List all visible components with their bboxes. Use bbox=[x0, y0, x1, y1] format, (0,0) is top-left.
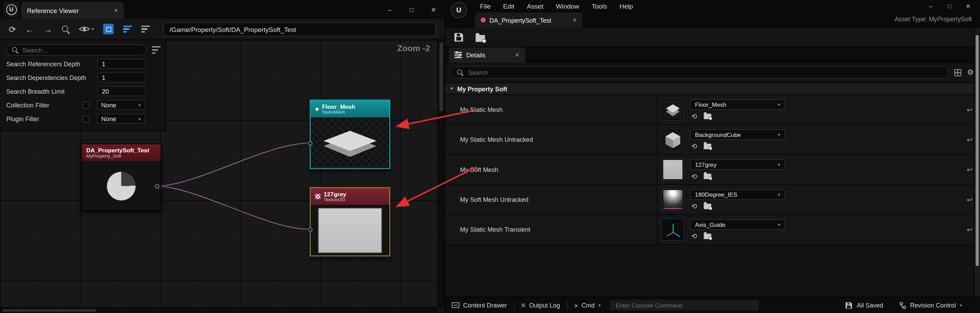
filters-toggle-button[interactable] bbox=[123, 25, 132, 33]
browse-to-asset-button[interactable] bbox=[704, 234, 711, 239]
category-label: My Property Soft bbox=[457, 85, 508, 92]
browse-to-asset-button[interactable] bbox=[704, 144, 711, 149]
asset-thumbnail[interactable] bbox=[662, 99, 683, 120]
tab-details[interactable]: Details ✕ bbox=[449, 48, 525, 62]
scrollbar-thumb[interactable] bbox=[975, 35, 978, 266]
content-drawer-button[interactable]: Content Drawer bbox=[445, 297, 514, 313]
chevron-down-icon: ▾ bbox=[960, 303, 962, 308]
menu-tools[interactable]: Tools bbox=[585, 0, 613, 12]
asset-select[interactable]: Floor_Mesh ▾ bbox=[690, 99, 785, 110]
search-icon bbox=[12, 47, 18, 53]
browse-to-asset-button[interactable] bbox=[704, 114, 711, 119]
title-bar[interactable]: U Reference Viewer ✕ – □ ✕ bbox=[0, 0, 444, 19]
save-button[interactable] bbox=[454, 33, 463, 41]
reset-to-default-button[interactable]: ↩ bbox=[967, 106, 972, 114]
graph-node-floor-mesh[interactable]: ◆ Floor_Mesh StaticMesh bbox=[310, 100, 390, 168]
menu-asset[interactable]: Asset bbox=[520, 0, 549, 12]
menu-bar: File Edit Asset Window Tools Help – □ ✕ bbox=[445, 0, 980, 12]
input-pin[interactable] bbox=[308, 141, 312, 146]
asset-thumbnail[interactable] bbox=[662, 129, 683, 150]
close-tab-icon[interactable]: ✕ bbox=[573, 17, 577, 23]
vertical-scrollbar[interactable] bbox=[438, 40, 444, 307]
asset-thumbnail[interactable] bbox=[662, 219, 683, 240]
use-selected-asset-button[interactable]: ⟲ bbox=[691, 203, 697, 210]
browse-to-asset-button[interactable] bbox=[704, 203, 711, 209]
maximize-button[interactable]: □ bbox=[940, 0, 959, 12]
close-tab-icon[interactable]: ✕ bbox=[515, 52, 520, 58]
chevron-down-icon[interactable]: ▾ bbox=[450, 86, 453, 91]
browse-to-asset-button[interactable] bbox=[476, 35, 485, 41]
search-dependencies-depth-input[interactable]: 1 bbox=[97, 72, 146, 83]
forward-button[interactable]: → bbox=[44, 25, 52, 33]
tab-da-propertysoft-test[interactable]: DA_PropertySoft_Test ✕ bbox=[475, 12, 582, 27]
plugin-filter-select[interactable]: None ▾ bbox=[97, 114, 145, 124]
details-search-input[interactable]: Search bbox=[450, 66, 949, 79]
reset-to-default-button[interactable]: ↩ bbox=[967, 165, 972, 174]
use-selected-asset-button[interactable]: ⟲ bbox=[691, 173, 697, 180]
plugin-filter-checkbox[interactable] bbox=[83, 115, 89, 122]
search-breadth-limit-input[interactable]: 20 bbox=[97, 86, 146, 96]
display-options-icon[interactable] bbox=[955, 69, 961, 76]
collection-filter-select[interactable]: None ▾ bbox=[97, 100, 145, 110]
horizontal-scrollbar[interactable] bbox=[0, 308, 438, 313]
asset-select[interactable]: 180Degree_IES ▾ bbox=[690, 189, 785, 200]
close-tab-icon[interactable]: ✕ bbox=[114, 7, 118, 13]
property-row-my-soft-mesh: My Soft Mesh 127grey ▾ ⟲ ↩ bbox=[445, 155, 980, 184]
find-path-icon[interactable] bbox=[62, 25, 69, 33]
graph-node-da-propertysoft-test[interactable]: DA_PropertySoft_Test MyProperty_Soft bbox=[81, 144, 161, 211]
reset-to-default-button[interactable]: ↩ bbox=[967, 195, 972, 204]
all-saved-status[interactable]: All Saved bbox=[837, 297, 890, 313]
minimize-button[interactable]: – bbox=[379, 0, 401, 19]
node-header: ◆ Floor_Mesh StaticMesh bbox=[311, 100, 390, 118]
close-button[interactable]: ✕ bbox=[422, 0, 444, 19]
menu-window[interactable]: Window bbox=[549, 0, 585, 12]
details-scrollbar[interactable] bbox=[974, 27, 980, 297]
refresh-button[interactable]: ⟳ bbox=[9, 25, 16, 33]
gear-icon[interactable]: ⚙ bbox=[967, 68, 974, 76]
asset-select[interactable]: Axis_Guide ▾ bbox=[690, 219, 785, 230]
filter-options-button[interactable] bbox=[142, 25, 150, 33]
visibility-dropdown[interactable]: ▾ bbox=[79, 26, 94, 33]
menu-file[interactable]: File bbox=[474, 0, 497, 12]
maximize-button[interactable]: □ bbox=[401, 0, 423, 19]
property-row-my-static-mesh-transient: My Static Mesh Transient Axis_Guide ▾ bbox=[445, 215, 980, 245]
use-selected-asset-button[interactable]: ⟲ bbox=[691, 233, 697, 240]
cmd-dropdown[interactable]: > Cmd ▾ bbox=[568, 297, 608, 313]
use-selected-asset-button[interactable]: ⟲ bbox=[691, 113, 697, 120]
show-duplicates-button[interactable] bbox=[103, 24, 114, 34]
data-asset-color-icon bbox=[481, 17, 486, 23]
search-input[interactable]: Search... bbox=[6, 44, 147, 56]
node-title: DA_PropertySoft_Test bbox=[86, 146, 149, 154]
use-selected-asset-button[interactable]: ⟲ bbox=[691, 143, 697, 149]
reset-to-default-button[interactable]: ↩ bbox=[967, 226, 972, 234]
close-button[interactable]: ✕ bbox=[959, 0, 978, 12]
collection-filter-checkbox[interactable] bbox=[83, 102, 89, 108]
graph-node-127grey[interactable]: 127grey Texture2D bbox=[310, 187, 390, 256]
filter-icon[interactable] bbox=[152, 46, 161, 54]
category-my-property-soft[interactable]: ▾ My Property Soft bbox=[445, 83, 980, 95]
asset-select[interactable]: BackgroundCube ▾ bbox=[690, 129, 785, 140]
property-row-my-soft-mesh-untracked: My Soft Mesh Untracked 180Degree_IES ▾ ⟲… bbox=[445, 185, 980, 215]
asset-thumbnail[interactable] bbox=[662, 189, 683, 210]
search-referencers-depth-input[interactable]: 1 bbox=[97, 59, 146, 68]
setting-row: Collection Filter None ▾ bbox=[0, 98, 165, 112]
minimize-button[interactable]: – bbox=[921, 0, 940, 12]
tab-reference-viewer[interactable]: Reference Viewer ✕ bbox=[21, 2, 124, 19]
revision-control-dropdown[interactable]: Revision Control ▾ bbox=[892, 297, 969, 313]
scrollbar-thumb[interactable] bbox=[2, 309, 96, 311]
input-pin[interactable] bbox=[308, 227, 312, 232]
menu-help[interactable]: Help bbox=[613, 0, 640, 12]
search-icon bbox=[457, 69, 463, 75]
asset-select[interactable]: 127grey ▾ bbox=[690, 159, 785, 170]
asset-thumbnail[interactable] bbox=[662, 159, 683, 180]
output-log-button[interactable]: ≡ Output Log bbox=[514, 297, 567, 313]
asset-path-field[interactable]: /Game/Property/Soft/DA_PropertySoft_Test bbox=[164, 22, 436, 36]
reset-to-default-button[interactable]: ↩ bbox=[967, 135, 972, 144]
output-pin[interactable] bbox=[155, 184, 159, 189]
menu-edit[interactable]: Edit bbox=[497, 0, 520, 12]
scrollbar-thumb[interactable] bbox=[439, 43, 443, 111]
back-button[interactable]: ← bbox=[25, 25, 34, 33]
console-command-input[interactable]: Enter Console Command bbox=[610, 300, 759, 311]
asset-tab-bar: DA_PropertySoft_Test ✕ Asset Type: MyPro… bbox=[445, 12, 980, 27]
browse-to-asset-button[interactable] bbox=[704, 174, 711, 179]
